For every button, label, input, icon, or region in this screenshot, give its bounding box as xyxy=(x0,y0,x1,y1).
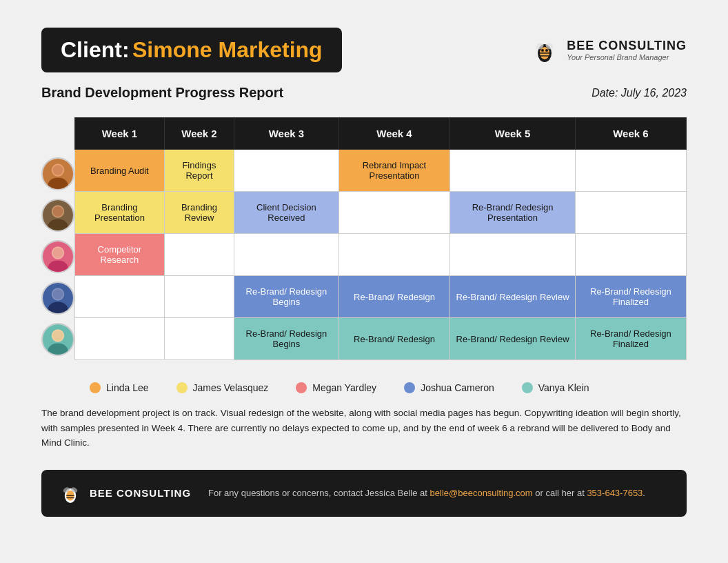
avatar-linda-lee xyxy=(41,157,74,190)
svg-point-27 xyxy=(53,330,63,341)
schedule-table: Week 1 Week 2 Week 3 Week 4 Week 5 Week … xyxy=(74,117,687,360)
bee-logo-icon xyxy=(529,35,560,66)
table-cell-r4-c5: Re-Brand/ Redesign Finalized xyxy=(575,318,686,360)
legend-label-linda: Linda Lee xyxy=(106,382,149,393)
legend-linda-lee: Linda Lee xyxy=(90,382,149,393)
legend-joshua-cameron: Joshua Cameron xyxy=(404,382,494,393)
table-cell-r0-c4 xyxy=(450,150,576,192)
table-cell-r2-c2 xyxy=(234,234,339,276)
avatar-james-velasquez xyxy=(41,199,74,232)
footer-contact-prefix: For any questions or concerns, contact J… xyxy=(208,488,430,498)
legend-label-megan: Megan Yardley xyxy=(312,382,376,393)
table-cell-r2-c3 xyxy=(338,234,450,276)
sub-header-row: Brand Development Progress Report Date: … xyxy=(41,85,687,101)
avatar-cell-4 xyxy=(41,277,74,319)
table-cell-r3-c0 xyxy=(75,276,165,318)
logo-text-area: BEE CONSULTING Your Personal Brand Manag… xyxy=(567,39,687,61)
table-cell-r4-c1 xyxy=(164,318,234,360)
svg-point-23 xyxy=(53,289,63,299)
legend-dot-blue xyxy=(404,382,415,393)
week-header-2: Week 2 xyxy=(164,118,234,150)
footer-logo-area: BEE CONSULTING xyxy=(58,481,196,506)
table-cell-r1-c3 xyxy=(338,192,450,234)
footer-contact-text: For any questions or concerns, contact J… xyxy=(208,488,645,498)
table-cell-r3-c4: Re-Brand/ Redesign Review xyxy=(450,276,576,318)
footer-or-call: or call her at xyxy=(535,488,587,498)
table-cell-r1-c4: Re-Brand/ Redesign Presentation xyxy=(450,192,576,234)
svg-point-11 xyxy=(53,165,63,175)
table-cell-r0-c0: Branding Audit xyxy=(75,150,165,192)
avatar-cell-5 xyxy=(41,319,74,360)
avatar-vanya-klein xyxy=(41,323,74,356)
logo-tagline: Your Personal Brand Manager xyxy=(567,53,687,61)
avatar-cell-2 xyxy=(41,195,74,236)
table-cell-r3-c3: Re-Brand/ Redesign xyxy=(338,276,450,318)
legend-label-joshua: Joshua Cameron xyxy=(421,382,494,393)
avatar-joshua-cameron xyxy=(41,282,74,315)
table-cell-r2-c0: Competitor Research xyxy=(75,234,165,276)
table-cell-r4-c2: Re-Brand/ Redesign Begins xyxy=(234,318,339,360)
avatar-cell-3 xyxy=(41,236,74,277)
legend-james-velasquez: James Velasquez xyxy=(176,382,269,393)
report-title: Brand Development Progress Report xyxy=(41,85,283,101)
footer-period: . xyxy=(643,488,645,498)
legend-row: Linda Lee James Velasquez Megan Yardley … xyxy=(41,382,687,393)
table-cell-r0-c3: Rebrand Impact Presentation xyxy=(338,150,450,192)
table-cell-r4-c3: Re-Brand/ Redesign xyxy=(338,318,450,360)
footer-phone: 353-643-7653 xyxy=(587,488,643,498)
legend-dot-yellow xyxy=(176,382,188,393)
table-cell-r1-c0: Branding Presentation xyxy=(75,192,165,234)
legend-vanya-klein: Vanya Klein xyxy=(522,382,589,393)
table-cell-r2-c5 xyxy=(575,234,686,276)
week-header-4: Week 4 xyxy=(338,118,450,150)
footer-bar: BEE CONSULTING For any questions or conc… xyxy=(41,470,687,517)
table-cell-r0-c5 xyxy=(575,150,686,192)
logo-area: BEE CONSULTING Your Personal Brand Manag… xyxy=(529,35,687,66)
client-title-box: Client: Simone Marketing xyxy=(41,28,342,72)
week-header-5: Week 5 xyxy=(450,118,576,150)
svg-point-15 xyxy=(53,206,63,217)
logo-company-name: BEE CONSULTING xyxy=(567,39,687,53)
table-cell-r3-c5: Re-Brand/ Redesign Finalized xyxy=(575,276,686,318)
table-cell-r2-c4 xyxy=(450,234,576,276)
avatars-column xyxy=(41,117,74,360)
table-cell-r1-c2: Client Decision Received xyxy=(234,192,339,234)
table-cell-r0-c1: Findings Report xyxy=(164,150,234,192)
legend-megan-yardley: Megan Yardley xyxy=(296,382,376,393)
header-row: Client: Simone Marketing BEE CONSULTING … xyxy=(41,28,687,72)
table-cell-r0-c2 xyxy=(234,150,339,192)
client-label: Client: xyxy=(61,37,130,62)
legend-dot-teal xyxy=(522,382,533,393)
table-cell-r1-c1: Branding Review xyxy=(164,192,234,234)
footer-bee-icon xyxy=(58,481,83,506)
svg-point-5 xyxy=(545,49,548,52)
footer-email-link[interactable]: belle@beeconsulting.com xyxy=(430,488,533,498)
description-text: The brand development project is on trac… xyxy=(41,406,687,451)
table-container: Week 1 Week 2 Week 3 Week 4 Week 5 Week … xyxy=(41,117,687,360)
table-cell-r2-c1 xyxy=(164,234,234,276)
legend-label-vanya: Vanya Klein xyxy=(538,382,589,393)
table-cell-r4-c0 xyxy=(75,318,165,360)
legend-dot-pink xyxy=(296,382,307,393)
week-header-6: Week 6 xyxy=(575,118,686,150)
client-name: Simone Marketing xyxy=(132,37,323,62)
footer-company-name: BEE CONSULTING xyxy=(90,487,191,499)
legend-dot-orange xyxy=(90,382,101,393)
avatar-megan-yardley xyxy=(41,240,74,273)
table-cell-r3-c2: Re-Brand/ Redesign Begins xyxy=(234,276,339,318)
report-date: Date: July 16, 2023 xyxy=(592,87,687,99)
table-cell-r1-c5 xyxy=(575,192,686,234)
table-cell-r4-c4: Re-Brand/ Redesign Review xyxy=(450,318,576,360)
week-header-3: Week 3 xyxy=(234,118,339,150)
week-header-1: Week 1 xyxy=(75,118,165,150)
svg-point-19 xyxy=(53,248,63,258)
svg-point-4 xyxy=(541,49,544,52)
table-cell-r3-c1 xyxy=(164,276,234,318)
avatar-cell-1 xyxy=(41,153,74,195)
legend-label-james: James Velasquez xyxy=(193,382,269,393)
